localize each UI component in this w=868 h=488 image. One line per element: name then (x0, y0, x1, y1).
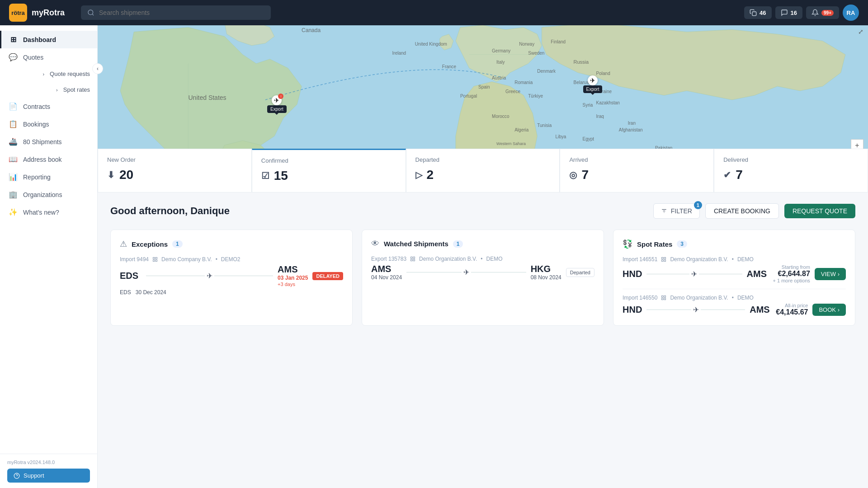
header: rötra myRotra 46 16 99+ (0, 0, 868, 25)
svg-rect-57 (664, 260, 666, 262)
sidebar-nav: ⊞ Dashboard 💬 Quotes › Quote requests › … (0, 25, 97, 454)
support-button[interactable]: Support (7, 469, 90, 483)
svg-rect-61 (664, 298, 666, 300)
status-card-arrived[interactable]: Arrived ◎ 7 (560, 149, 714, 192)
whats-new-icon: ✨ (9, 208, 18, 216)
price-label: All-in price (776, 303, 808, 308)
to-port: AMS (750, 305, 771, 315)
svg-rect-54 (411, 259, 413, 261)
plane-marker-us: ✈ ! (272, 95, 282, 105)
address-book-icon: 📖 (9, 155, 18, 164)
rate-main-1: HND ✈ AMS Starting from €2,644.87 (623, 264, 846, 283)
from-port: HND (623, 269, 642, 279)
dashboard-icon: ⊞ (9, 35, 18, 44)
svg-text:Iceland: Iceland (360, 25, 375, 26)
map-marker-us[interactable]: ✈ ! Export (267, 95, 287, 113)
search-bar[interactable] (81, 5, 271, 20)
plane-route-icon: ✈ (207, 272, 212, 280)
book-rate-button[interactable]: BOOK › (812, 304, 846, 316)
status-card-confirmed[interactable]: Confirmed ☑ 15 (252, 149, 406, 192)
main-layout: ‹ ⊞ Dashboard 💬 Quotes › Quote requests … (0, 25, 868, 488)
view-rate-button[interactable]: VIEW › (815, 268, 846, 280)
avatar[interactable]: RA (843, 5, 859, 21)
app-title: myRotra (32, 8, 65, 18)
to-info: AMS 03 Jan 2025 +3 days (278, 264, 308, 287)
company-icon (661, 295, 666, 300)
sidebar-item-quote-requests[interactable]: › Quote requests (0, 66, 97, 82)
svg-rect-2 (752, 12, 756, 16)
support-label: Support (24, 472, 44, 479)
sidebar-item-contracts[interactable]: 📄 Contracts (0, 98, 97, 115)
sidebar-item-label: Bookings (23, 121, 49, 128)
spot-rates-title: Spot Rates (637, 240, 672, 248)
svg-text:Russia: Russia (573, 59, 589, 65)
sidebar-item-dashboard[interactable]: ⊞ Dashboard (0, 31, 97, 48)
sidebar-item-bookings[interactable]: 📋 Bookings (0, 115, 97, 133)
status-value-delivered: ✔ 7 (723, 168, 859, 182)
rate-meta-1: Import 146551 Demo Organization B.V. • D… (623, 256, 846, 263)
svg-text:Morocco: Morocco (492, 114, 509, 119)
tasks-button[interactable]: 46 (744, 6, 771, 19)
collapse-sidebar-button[interactable]: ‹ (92, 63, 103, 74)
filter-button[interactable]: FILTER 1 (653, 203, 700, 219)
search-input[interactable] (99, 9, 264, 16)
messages-button[interactable]: 16 (775, 6, 802, 19)
spot-rates-card-header: 💱 Spot Rates 3 (623, 239, 846, 249)
marker-label-us: Export (267, 105, 287, 113)
route-arrow: ✈ (406, 268, 526, 277)
status-card-departed[interactable]: Departed ▷ 2 (406, 149, 560, 192)
svg-rect-56 (664, 258, 666, 259)
sidebar-item-whats-new[interactable]: ✨ What's new? (0, 203, 97, 221)
rates-icon: 💱 (623, 239, 632, 249)
arrival-date: 03 Jan 2025 +3 days (278, 275, 308, 287)
sidebar-item-spot-rates[interactable]: › Spot rates (0, 82, 97, 98)
rate-item-1[interactable]: Import 146551 Demo Organization B.V. • D… (623, 256, 846, 289)
rate-item-2[interactable]: Import 146550 Demo Organization B.V. • D… (623, 295, 846, 316)
plane-route-icon: ✈ (691, 270, 697, 278)
sidebar-item-label: Dashboard (23, 36, 56, 43)
map-expand-button[interactable]: ⤢ (858, 28, 863, 35)
eye-icon: 👁 (371, 239, 379, 249)
map-container: United States Germany Russia United King… (98, 25, 868, 192)
sidebar-item-label: 80 Shipments (23, 138, 62, 145)
route-arrow: ✈ (646, 270, 742, 278)
svg-rect-62 (662, 298, 664, 300)
svg-text:Austria: Austria (492, 75, 506, 80)
main-content: Good afternoon, Danique FILTER 1 CREATE … (98, 192, 868, 488)
logo-icon: rötra (9, 4, 27, 22)
notifications-button[interactable]: 99+ (806, 6, 839, 19)
route-arrow: ✈ (146, 272, 273, 280)
exception-shipment[interactable]: Import 9494 Demo Company B.V. • DEMO2 ED… (120, 256, 343, 296)
sidebar-item-organizations[interactable]: 🏢 Organizations (0, 186, 97, 203)
spot-rates-card: 💱 Spot Rates 3 Import 146551 Demo Organi… (613, 230, 855, 326)
svg-text:Tunisia: Tunisia (537, 123, 552, 128)
expand-icon: › (56, 87, 58, 93)
exceptions-card: ⚠ Exceptions 1 Import 9494 Demo Company … (110, 230, 353, 326)
sidebar-item-address-book[interactable]: 📖 Address book (0, 150, 97, 168)
svg-rect-48 (156, 258, 157, 259)
sidebar-item-quotes[interactable]: 💬 Quotes (0, 48, 97, 66)
svg-text:Norway: Norway (519, 42, 534, 47)
svg-text:Ireland: Ireland (392, 51, 406, 56)
status-card-delivered[interactable]: Delivered ✔ 7 (714, 149, 868, 192)
filter-label: FILTER (671, 207, 692, 215)
svg-text:Denmark: Denmark (537, 69, 556, 74)
company-icon (152, 257, 158, 262)
sidebar-item-shipments[interactable]: 🚢 80 Shipments (0, 133, 97, 150)
sidebar-item-label: Spot rates (63, 86, 90, 93)
content-area: United States Germany Russia United King… (98, 25, 868, 488)
sidebar-item-reporting[interactable]: 📊 Reporting (0, 168, 97, 186)
tasks-icon (750, 9, 757, 16)
map-marker-eu[interactable]: ✈ Export (583, 75, 603, 93)
svg-rect-55 (662, 258, 664, 259)
sidebar-item-label: Reporting (23, 174, 51, 181)
expand-icon: › (42, 71, 44, 77)
create-booking-button[interactable]: CREATE BOOKING (705, 203, 779, 219)
svg-text:Germany: Germany (492, 48, 510, 53)
status-card-new-order[interactable]: New Order ⬇ 20 (98, 149, 252, 192)
svg-text:Syria: Syria (583, 103, 593, 108)
exception-shipment-meta: Import 9494 Demo Company B.V. • DEMO2 (120, 256, 343, 263)
watched-shipment[interactable]: Export 135783 Demo Organization B.V. • D… (371, 256, 594, 281)
request-quote-button[interactable]: REQUEST QUOTE (784, 204, 855, 218)
confirmed-icon: ☑ (261, 170, 269, 181)
